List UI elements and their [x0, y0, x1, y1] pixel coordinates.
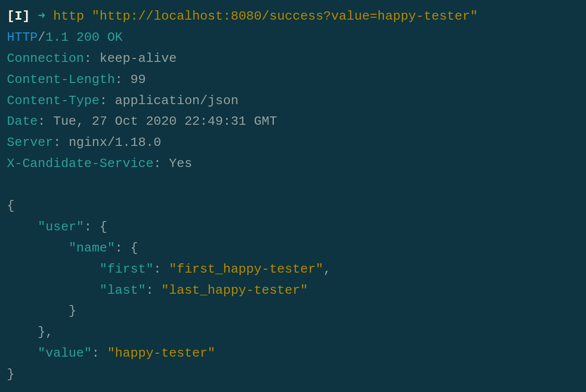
header-content-type-value: application/json	[115, 93, 238, 108]
json-first-value: "first_happy-tester"	[169, 262, 323, 277]
json-user-open: "user": {	[7, 217, 579, 238]
header-content-length: Content-Length: 99	[7, 69, 579, 90]
json-last-value: "last_happy-tester"	[161, 283, 308, 298]
prompt-mode: [I]	[7, 9, 30, 24]
command-line[interactable]: [I] ➜ http "http://localhost:8080/succes…	[7, 6, 579, 27]
json-name-open: "name": {	[7, 238, 579, 259]
header-content-length-value: 99	[130, 72, 146, 87]
header-content-type: Content-Type: application/json	[7, 90, 579, 112]
header-date-value: Tue, 27 Oct 2020 22:49:31 GMT	[53, 114, 277, 129]
command-name: http	[53, 9, 84, 24]
json-first: "first": "first_happy-tester",	[7, 259, 579, 280]
json-close: }	[7, 364, 579, 385]
header-server-value: nginx/1.18.0	[69, 135, 161, 150]
status-line: HTTP/1.1 200 OK	[7, 27, 579, 48]
prompt-arrow-icon: ➜	[38, 9, 46, 24]
blank-line	[7, 174, 579, 196]
http-status-code: 200	[76, 30, 99, 45]
json-value: "value": "happy-tester"	[7, 343, 579, 364]
header-connection: Connection: keep-alive	[7, 48, 579, 69]
command-arg: "http://localhost:8080/success?value=hap…	[92, 9, 478, 24]
header-date: Date: Tue, 27 Oct 2020 22:49:31 GMT	[7, 111, 579, 132]
prompt-space	[30, 9, 38, 24]
json-name-close: }	[7, 301, 579, 322]
header-connection-value: keep-alive	[99, 51, 176, 66]
json-user-close: },	[7, 322, 579, 343]
http-proto: HTTP	[7, 30, 38, 45]
header-x-candidate: X-Candidate-Service: Yes	[7, 153, 579, 174]
header-x-candidate-value: Yes	[169, 156, 192, 171]
json-open: {	[7, 196, 579, 217]
json-value-val: "happy-tester"	[107, 346, 215, 361]
header-server: Server: nginx/1.18.0	[7, 132, 579, 153]
http-reason: OK	[107, 30, 122, 45]
json-last: "last": "last_happy-tester"	[7, 280, 579, 301]
http-slash: /	[38, 30, 46, 45]
http-version: 1.1	[46, 30, 69, 45]
